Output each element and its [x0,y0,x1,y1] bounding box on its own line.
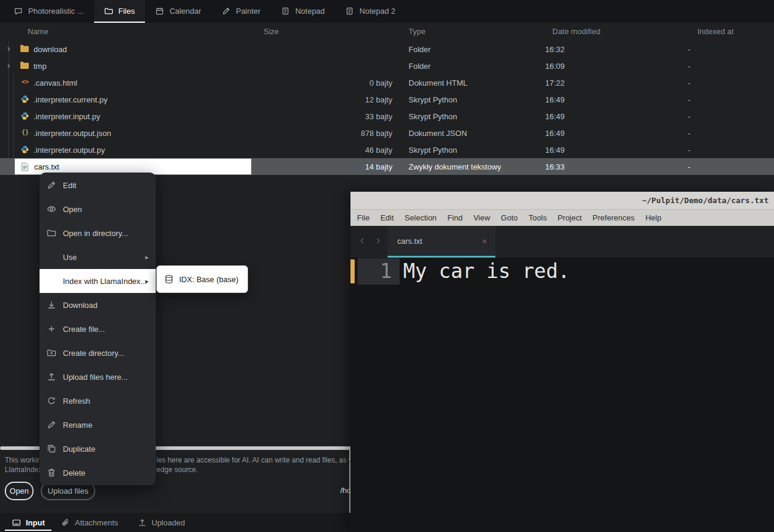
table-row-interpreter-current-py[interactable]: .interpreter.current.py 12 bajty Skrypt … [0,91,774,108]
menu-find[interactable]: Find [442,213,468,222]
trash-icon [47,468,56,477]
tab-uploaded[interactable]: Uploaded [138,513,185,532]
menu-preferences[interactable]: Preferences [587,213,640,222]
table-row-interpreter-output-json[interactable]: {} .interpreter.output.json 878 bajty Do… [0,125,774,141]
tab-calendar[interactable]: Calendar [145,0,211,23]
file-date: 16:32 [545,45,565,54]
file-type: Skrypt Python [409,112,457,121]
menu-selection[interactable]: Selection [399,213,442,222]
menu-item-label: Duplicate [63,445,95,454]
upload-icon [47,372,56,382]
file-size: 878 bajty [264,129,392,138]
menu-help[interactable]: Help [640,213,667,222]
menu-item-duplicate[interactable]: Duplicate [40,437,156,461]
file-indexed: - [688,78,690,87]
folder-icon [20,44,29,54]
app-root: Photorealistic ... Files Calendar Painte… [0,0,774,532]
tab-label: Photorealistic ... [28,7,84,16]
submenu-arrow-icon: ▸ [145,277,149,285]
back-arrow-icon[interactable]: ‹ [360,233,364,247]
python-file-icon [20,111,30,121]
file-name: .interpreter.output.json [34,129,111,138]
file-name: .interpreter.current.py [34,95,108,104]
tab-files[interactable]: Files [94,0,145,23]
file-size: 0 bajty [264,78,392,87]
bottom-tab-bar: Input Attachments Uploaded [0,513,350,532]
column-header-date-modified: Date modified [552,27,600,36]
json-file-icon: {} [20,128,30,138]
menu-item-edit[interactable]: Edit [40,173,156,197]
file-type: Skrypt Python [409,146,457,155]
table-row-download[interactable]: download Folder 16:32 - [0,41,774,58]
menu-project[interactable]: Project [552,213,587,222]
pencil-icon [47,420,56,430]
forward-arrow-icon[interactable]: › [376,233,380,247]
notepad-icon [345,7,354,16]
folder-icon [104,7,113,16]
menu-item-index-with-llamaindex[interactable]: Index with LlamaIndex... ▸ [40,269,156,293]
file-type: Zwykły dokument tekstowy [409,162,501,171]
menu-view[interactable]: View [468,213,495,222]
menu-item-download[interactable]: Download [40,293,156,317]
folder-icon [20,61,29,71]
menu-item-refresh[interactable]: Refresh [40,389,156,413]
menu-item-create-directory[interactable]: Create directory... [40,341,156,365]
open-button[interactable]: Open [5,482,34,500]
download-icon [47,300,56,310]
menu-item-label: Refresh [63,397,90,406]
tab-label: Calendar [170,7,201,16]
editor-title-path: ~/Pulpit/Demo/data/cars.txt [350,192,774,209]
chevron-right-icon[interactable] [5,46,13,53]
table-row-tmp[interactable]: tmp Folder 16:09 - [0,58,774,74]
menu-item-label: Delete [63,468,86,477]
tab-painter[interactable]: Painter [211,0,271,23]
tab-label: Notepad 2 [359,7,395,16]
editor-body[interactable]: 1 My car is red. [350,258,774,532]
menu-item-open-in-directory[interactable]: Open in directory... [40,221,156,245]
table-row-canvas-html[interactable]: <> .canvas.html 0 bajty Dokument HTML 17… [0,74,774,91]
tab-photorealistic[interactable]: Photorealistic ... [4,0,94,23]
menu-item-label: Create directory... [63,349,124,358]
tab-notepad[interactable]: Notepad [271,0,335,23]
paperclip-icon [61,518,70,527]
menu-item-delete[interactable]: Delete [40,461,156,485]
tab-label: Uploaded [152,518,185,527]
table-row-interpreter-output-py[interactable]: .interpreter.output.py 46 bajty Skrypt P… [0,141,774,158]
file-indexed: - [688,146,690,155]
plus-icon [47,324,56,334]
menu-item-open[interactable]: Open [40,197,156,221]
file-date: 16:33 [545,162,565,171]
chevron-right-icon[interactable] [5,62,13,70]
tab-notepad-2[interactable]: Notepad 2 [335,0,406,23]
menu-edit[interactable]: Edit [375,213,399,222]
upload-icon [138,518,147,527]
menu-goto[interactable]: Goto [495,213,523,222]
submenu-idx-base[interactable]: IDX: Base (base) [156,265,248,293]
pencil-icon [222,7,231,16]
column-header-size: Size [264,27,279,36]
menu-tools[interactable]: Tools [523,213,552,222]
column-header-type: Type [409,27,425,36]
menu-item-create-file[interactable]: Create file... [40,317,156,341]
editor-menu-bar: File Edit Selection Find View Goto Tools… [350,209,774,226]
menu-file[interactable]: File [352,213,375,222]
menu-item-upload-files-here[interactable]: Upload files here... [40,365,156,389]
editor-tab-strip: ‹ › cars.txt × [350,226,774,258]
close-icon[interactable]: × [482,236,487,246]
file-type: Dokument JSON [409,129,467,138]
folder-plus-icon [47,348,56,358]
table-row-interpreter-input-py[interactable]: .interpreter.input.py 33 bajty Skrypt Py… [0,108,774,125]
file-date: 16:49 [545,129,565,138]
menu-item-use[interactable]: Use ▸ [40,245,156,269]
pencil-icon [47,180,56,190]
menu-item-rename[interactable]: Rename [40,413,156,437]
menu-item-label: Download [63,301,98,310]
tab-attachments[interactable]: Attachments [61,513,118,532]
editor-tab-cars-txt[interactable]: cars.txt × [388,226,495,258]
file-size: 33 bajty [264,112,392,121]
file-type: Dokument HTML [409,78,467,87]
context-menu: Edit Open Open in directory... Use ▸ Ind… [40,173,156,485]
tab-label: cars.txt [397,237,422,246]
line-number: 1 [358,258,400,285]
file-size: 46 bajty [264,146,392,155]
